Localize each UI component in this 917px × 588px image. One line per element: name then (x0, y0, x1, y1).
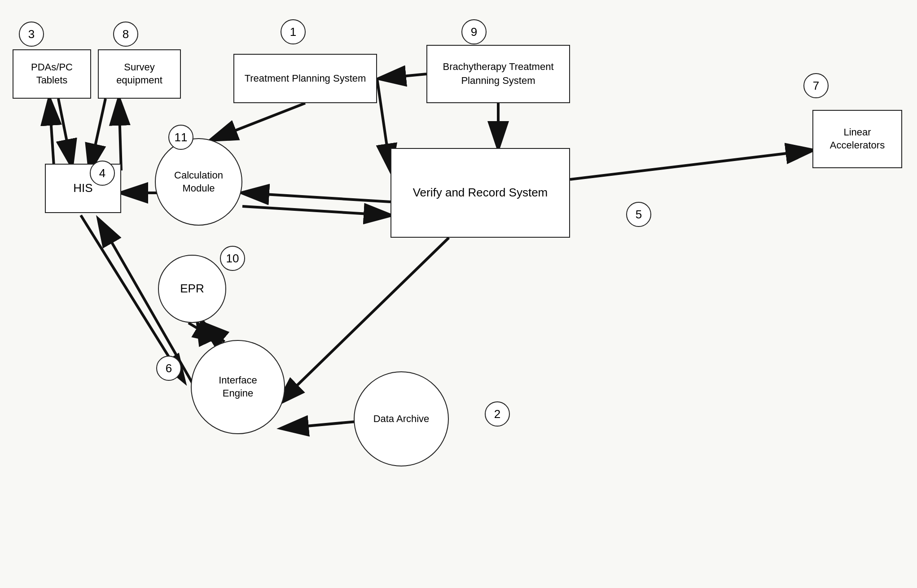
ie-node: InterfaceEngine (191, 340, 285, 434)
survey-node: Surveyequipment (98, 49, 181, 99)
svg-line-3 (377, 78, 390, 170)
calc-node: CalculationModule (155, 138, 242, 226)
svg-line-19 (202, 323, 224, 342)
epr-node: EPR (158, 255, 226, 323)
svg-line-5 (570, 150, 812, 179)
badge-2: 2 (485, 401, 510, 427)
tps-node: Treatment Planning System (233, 54, 377, 103)
vrs-node: Verify and Record System (390, 148, 570, 238)
badge-5: 5 (626, 202, 651, 227)
da-node: Data Archive (354, 371, 449, 466)
svg-line-20 (197, 323, 206, 342)
btps-node: Brachytherapy TreatmentPlanning System (426, 45, 570, 103)
svg-line-11 (90, 99, 105, 170)
svg-line-7 (242, 206, 390, 215)
badge-4: 4 (90, 161, 115, 186)
svg-line-6 (242, 193, 390, 202)
badge-6: 6 (156, 356, 181, 381)
svg-line-18 (189, 323, 220, 342)
svg-line-10 (119, 99, 121, 170)
linear-node: LinearAccelerators (812, 110, 902, 168)
svg-line-2 (379, 74, 426, 78)
svg-line-12 (49, 99, 54, 166)
badge-8: 8 (113, 22, 138, 47)
badge-1: 1 (281, 19, 306, 44)
diagram-container: Treatment Planning System Brachytherapy … (0, 0, 917, 588)
badge-7: 7 (803, 73, 829, 98)
badge-10: 10 (220, 246, 245, 271)
svg-line-17 (282, 422, 356, 428)
svg-line-8 (211, 103, 305, 140)
pdas-node: PDAs/PCTablets (13, 49, 91, 99)
svg-line-13 (58, 99, 72, 166)
badge-11: 11 (168, 125, 193, 150)
badge-9: 9 (461, 19, 487, 44)
badge-3: 3 (19, 22, 44, 47)
